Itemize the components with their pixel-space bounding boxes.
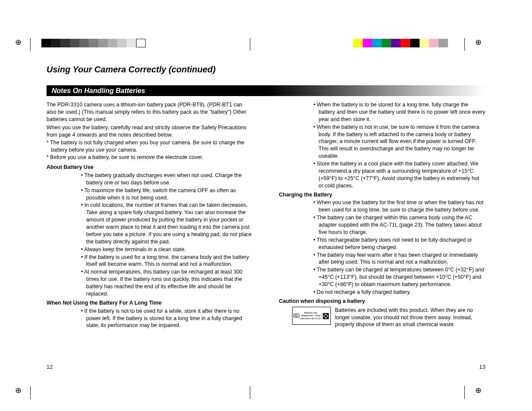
- list-item: Do not recharge a fully charged battery.: [314, 289, 486, 296]
- intro-text: When you use the battery, carefully read…: [47, 124, 253, 139]
- crop-marks-top: [0, 38, 532, 51]
- center-divider: [250, 38, 250, 51]
- center-divider: [250, 386, 250, 399]
- registration-mark-icon: [474, 38, 482, 47]
- disposal-icon: NL Batterij niet weggooien, maar inlever…: [292, 307, 331, 325]
- list-item: When the battery is to be stored for a l…: [314, 101, 486, 123]
- longtime-bullets: If the battery is not to be used for a w…: [47, 308, 253, 330]
- list-item: This rechargeable battery does not need …: [314, 237, 486, 251]
- list-item: The battery may feel warm after it has b…: [314, 252, 486, 266]
- charging-heading: Charging the Battery: [279, 191, 486, 199]
- longtime-heading: When Not Using the Battery For A Long Ti…: [47, 299, 253, 307]
- about-bullets: The battery gradually discharges even wh…: [47, 172, 253, 298]
- charging-bullets: When you use the battery for the first t…: [279, 199, 486, 296]
- left-column: The PDR-3310 camera uses a lithium-ion b…: [47, 101, 253, 330]
- star-note: The battery is not fully charged when yo…: [47, 139, 253, 154]
- registration-mark-icon: [14, 386, 22, 395]
- disposal-block: NL Batterij niet weggooien, maar inlever…: [279, 307, 486, 329]
- list-item: The battery can be charged at temperatur…: [314, 266, 486, 288]
- section-banner: Notes On Handling Batteries: [47, 85, 485, 96]
- crop-marks-bottom: [0, 386, 532, 399]
- registration-mark-icon: [474, 386, 482, 395]
- list-item: When you use the battery for the first t…: [314, 199, 486, 214]
- crop-line: [30, 38, 31, 51]
- color-swatches: [353, 39, 448, 47]
- list-item: At normal temperatures, this battery can…: [81, 268, 253, 298]
- page-number-left: 12: [47, 364, 53, 370]
- page-content: Using Your Camera Correctly (continued) …: [47, 65, 485, 330]
- crop-line: [464, 386, 465, 399]
- list-item: Store the battery in a cool place with t…: [314, 160, 486, 190]
- list-item: If the battery is not to be used for a w…: [81, 308, 253, 330]
- page-title: Using Your Camera Correctly (continued): [47, 65, 485, 75]
- star-note: Before you use a battery, be sure to rem…: [47, 154, 253, 161]
- crop-line: [464, 38, 465, 51]
- crop-line: [30, 386, 31, 399]
- disposal-text: Batteries are included with this product…: [335, 307, 486, 329]
- longtime-bullets-continued: When the battery is to be stored for a l…: [279, 101, 486, 190]
- list-item: Always keep the terminals in a clean sta…: [81, 246, 253, 253]
- caution-heading: Caution when disposing a battery: [279, 298, 486, 305]
- list-item: To maximize the battery life, switch the…: [81, 187, 253, 202]
- page-number-right: 13: [479, 364, 485, 370]
- list-item: The battery gradually discharges even wh…: [81, 172, 253, 187]
- list-item: When the battery is not in use, be sure …: [314, 124, 486, 160]
- disposal-icon-text: Batterij niet weggooien, maar inleveren …: [299, 311, 322, 320]
- list-item: If the battery is used for a long time, …: [81, 254, 253, 268]
- no-trash-icon: ⊠: [322, 311, 330, 321]
- about-heading: About Battery Use: [47, 164, 253, 171]
- list-item: In cold locations, the number of frames …: [81, 202, 253, 245]
- grayscale-swatches: [41, 39, 146, 47]
- intro-text: The PDR-3310 camera uses a lithium-ion b…: [47, 101, 253, 123]
- list-item: The battery can be charged within this c…: [314, 214, 486, 236]
- star-notes: The battery is not fully charged when yo…: [47, 139, 253, 161]
- right-column: When the battery is to be stored for a l…: [279, 101, 486, 330]
- registration-mark-icon: [14, 38, 22, 47]
- nl-badge: NL: [293, 314, 300, 318]
